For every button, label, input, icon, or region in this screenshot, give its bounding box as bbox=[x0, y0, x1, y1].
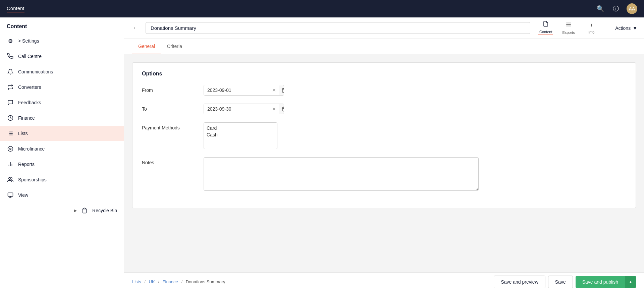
payment-methods-label: Payment Methods bbox=[142, 122, 196, 130]
sidebar-item-label: Call Centre bbox=[18, 54, 42, 59]
reports-icon bbox=[7, 161, 14, 168]
sidebar-item-label: View bbox=[18, 192, 28, 198]
main-content: ← Content Exports i Info bbox=[124, 17, 644, 291]
sidebar-item-label: Reports bbox=[18, 162, 35, 167]
to-clear-icon[interactable]: ✕ bbox=[269, 104, 279, 114]
toolbar-exports-label: Exports bbox=[562, 31, 575, 35]
actions-label: Actions bbox=[615, 25, 631, 31]
toolbar-exports[interactable]: Exports bbox=[561, 21, 576, 35]
sidebar-item-feedbacks[interactable]: Feedbacks bbox=[0, 95, 124, 110]
breadcrumb-current: Donations Summary bbox=[186, 279, 225, 284]
sidebar-header: Content bbox=[0, 17, 124, 33]
actions-button[interactable]: Actions ▼ bbox=[615, 25, 637, 31]
payment-methods-listbox[interactable]: Card Cash bbox=[204, 122, 277, 149]
sidebar-item-label: Finance bbox=[18, 115, 35, 121]
toolbar: Content Exports i Info Actions ▼ bbox=[538, 21, 637, 35]
form-area: Options From ✕ bbox=[124, 54, 644, 272]
actions-chevron-icon: ▼ bbox=[633, 25, 637, 31]
notes-textarea[interactable] bbox=[204, 157, 479, 191]
svg-rect-13 bbox=[8, 193, 13, 196]
to-date-wrapper: ✕ bbox=[204, 104, 284, 114]
breadcrumb-lists[interactable]: Lists bbox=[132, 279, 141, 284]
toolbar-content-label: Content bbox=[539, 30, 552, 34]
breadcrumb-sep-2: / bbox=[158, 279, 159, 284]
options-title: Options bbox=[142, 71, 626, 77]
toolbar-content[interactable]: Content bbox=[538, 21, 553, 35]
sidebar-item-communications[interactable]: Communications bbox=[0, 64, 124, 79]
from-row: From ✕ bbox=[142, 85, 626, 96]
sidebar-item-converters[interactable]: Converters bbox=[0, 79, 124, 95]
topbar-icons: 🔍 ⓘ AA bbox=[596, 3, 637, 14]
to-date-input[interactable] bbox=[204, 104, 269, 114]
save-preview-button[interactable]: Save and preview bbox=[494, 276, 545, 288]
expand-icon: ▶ bbox=[74, 208, 77, 213]
settings-icon: ⚙ bbox=[7, 37, 14, 45]
sidebar-item-lists[interactable]: Lists bbox=[0, 126, 124, 141]
toolbar-divider bbox=[607, 21, 607, 35]
sidebar-item-label: Feedbacks bbox=[18, 100, 41, 105]
sidebar-item-label: Communications bbox=[18, 69, 53, 74]
save-button[interactable]: Save bbox=[548, 276, 573, 288]
sidebar-item-settings[interactable]: ⚙ > Settings bbox=[0, 33, 124, 49]
from-date-input[interactable] bbox=[204, 85, 269, 95]
sidebar-item-microfinance[interactable]: Microfinance bbox=[0, 141, 124, 157]
sidebar-item-label: > Settings bbox=[18, 38, 39, 44]
svg-point-8 bbox=[10, 148, 11, 150]
svg-rect-23 bbox=[282, 107, 284, 111]
payment-methods-row: Payment Methods Card Cash bbox=[142, 122, 626, 149]
content-header: ← Content Exports i Info bbox=[124, 17, 644, 39]
payment-method-cash[interactable]: Cash bbox=[207, 131, 274, 138]
topbar: Content 🔍 ⓘ AA bbox=[0, 0, 644, 17]
microfinance-icon bbox=[7, 145, 14, 153]
toolbar-info-label: Info bbox=[588, 30, 594, 34]
footer: Lists / UK / Finance / Donations Summary… bbox=[124, 272, 644, 291]
save-publish-arrow-button[interactable]: ▲ bbox=[625, 276, 636, 288]
to-label: To bbox=[142, 104, 196, 112]
avatar[interactable]: AA bbox=[627, 3, 637, 14]
page-title-input[interactable] bbox=[146, 22, 530, 34]
breadcrumb-sep-3: / bbox=[181, 279, 182, 284]
breadcrumb-uk[interactable]: UK bbox=[149, 279, 155, 284]
info-icon: i bbox=[591, 22, 592, 29]
to-calendar-icon[interactable] bbox=[279, 104, 284, 114]
help-icon[interactable]: ⓘ bbox=[611, 4, 621, 13]
sidebar-item-label: Sponsorships bbox=[18, 177, 47, 182]
sidebar-item-reports[interactable]: Reports bbox=[0, 157, 124, 172]
payment-method-card[interactable]: Card bbox=[207, 125, 274, 131]
finance-icon bbox=[7, 114, 14, 122]
lists-icon bbox=[7, 130, 14, 137]
topbar-title: Content bbox=[7, 5, 24, 12]
tab-criteria[interactable]: Criteria bbox=[161, 39, 188, 54]
sidebar-item-recycle-bin[interactable]: ▶ Recycle Bin bbox=[0, 203, 124, 218]
sidebar-item-view[interactable]: View bbox=[0, 187, 124, 203]
svg-point-7 bbox=[8, 147, 13, 152]
sidebar-item-label: Microfinance bbox=[18, 146, 45, 152]
recycle-bin-icon bbox=[81, 207, 88, 214]
breadcrumb: Lists / UK / Finance / Donations Summary bbox=[132, 279, 491, 284]
notes-row: Notes bbox=[142, 157, 626, 192]
sidebar-item-label: Recycle Bin bbox=[92, 208, 117, 213]
to-control: ✕ bbox=[204, 104, 311, 114]
toolbar-info[interactable]: i Info bbox=[584, 22, 599, 34]
from-date-wrapper: ✕ bbox=[204, 85, 284, 96]
sidebar-item-label: Converters bbox=[18, 84, 41, 90]
feedbacks-icon bbox=[7, 99, 14, 106]
options-card: Options From ✕ bbox=[132, 62, 636, 208]
back-button[interactable]: ← bbox=[131, 23, 140, 33]
layout: Content ⚙ > Settings Call Centre Communi… bbox=[0, 17, 644, 291]
notes-label: Notes bbox=[142, 157, 196, 165]
search-icon[interactable]: 🔍 bbox=[596, 4, 605, 13]
sidebar-item-call-centre[interactable]: Call Centre bbox=[0, 49, 124, 64]
breadcrumb-finance[interactable]: Finance bbox=[163, 279, 178, 284]
tab-general[interactable]: General bbox=[132, 39, 161, 54]
svg-rect-19 bbox=[282, 89, 284, 93]
sidebar-item-sponsorships[interactable]: Sponsorships bbox=[0, 172, 124, 187]
save-publish-button[interactable]: Save and publish bbox=[576, 276, 625, 288]
breadcrumb-sep-1: / bbox=[144, 279, 146, 284]
from-clear-icon[interactable]: ✕ bbox=[269, 85, 279, 95]
view-icon bbox=[7, 191, 14, 199]
from-label: From bbox=[142, 85, 196, 93]
tabs-bar: General Criteria bbox=[124, 39, 644, 54]
from-calendar-icon[interactable] bbox=[279, 85, 284, 95]
sidebar-item-finance[interactable]: Finance bbox=[0, 110, 124, 126]
